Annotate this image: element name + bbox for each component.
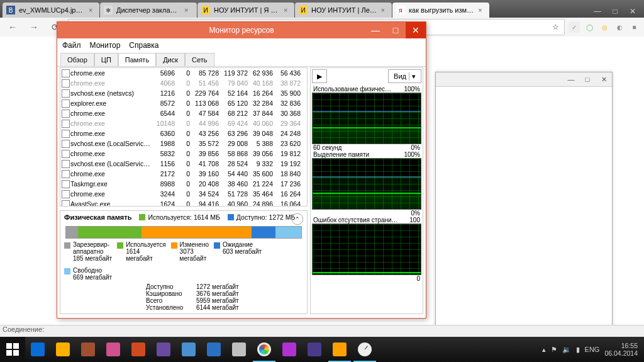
taskbar-app-icon[interactable] <box>25 337 50 362</box>
checkbox[interactable] <box>60 69 70 77</box>
resmon-tab[interactable]: Диск <box>156 53 185 66</box>
legend-item: Используется1614мегабайт <box>117 241 165 262</box>
tab-close-icon[interactable]: × <box>381 6 387 14</box>
checkbox[interactable] <box>60 120 70 128</box>
checkbox[interactable] <box>60 150 70 158</box>
browser-tab[interactable]: ИНОУ ИНТУИТ | Лекция |…× <box>295 3 392 18</box>
checkbox[interactable] <box>60 79 70 88</box>
checkbox[interactable] <box>60 200 70 206</box>
bg-minimize-icon[interactable]: — <box>563 72 579 86</box>
background-window: — □ ✕ Снять задачу <box>435 72 613 356</box>
start-button[interactable] <box>0 337 25 362</box>
menu-icon[interactable]: ≡ <box>629 21 640 33</box>
taskbar-app-icon[interactable] <box>151 337 176 362</box>
process-row[interactable]: chrome.exe 6544 0 47 584 68 212 37 844 3… <box>60 108 307 118</box>
checkbox[interactable] <box>60 160 70 168</box>
taskbar-app-icon[interactable] <box>126 337 151 362</box>
menu-item[interactable]: Монитор <box>90 41 121 50</box>
browser-tab[interactable]: Вev_XWMLUCp4.jpg (720×…× <box>3 3 99 18</box>
taskbar-app-icon[interactable] <box>302 337 327 362</box>
process-row[interactable]: chrome.exe 6360 0 43 256 63 296 39 048 2… <box>60 128 307 139</box>
ext-icon-4[interactable]: ◐ <box>614 21 625 33</box>
process-row[interactable]: chrome.exe 10148 0 44 996 69 424 40 060 … <box>60 118 307 128</box>
resmon-maximize-icon[interactable]: □ <box>386 22 406 38</box>
menu-item[interactable]: Файл <box>62 41 81 50</box>
process-row[interactable]: AvastSvc.exe 1624 0 94 416 40 960 24 896… <box>60 199 307 206</box>
process-row[interactable]: svchost.exe (netsvcs) 1216 0 229 764 52 … <box>60 88 307 98</box>
checkbox[interactable] <box>60 89 70 98</box>
bookmark-icon[interactable]: ☆ <box>552 23 559 31</box>
taskbar-app-icon[interactable] <box>226 337 252 362</box>
resmon-titlebar[interactable]: Монитор ресурсов — □ ✕ <box>57 22 426 38</box>
resmon-tab[interactable]: Сеть <box>185 53 214 66</box>
minimize-icon[interactable]: — <box>589 5 606 18</box>
checkbox[interactable] <box>60 130 70 138</box>
bg-maximize-icon[interactable]: □ <box>579 72 596 86</box>
browser-window-controls: — □ ✕ <box>589 5 641 18</box>
resmon-tab[interactable]: ЦП <box>94 53 118 66</box>
favicon: И <box>299 6 308 14</box>
process-row[interactable]: chrome.exe 2172 0 39 160 54 440 35 600 1… <box>60 169 307 179</box>
forward-button[interactable]: → <box>25 19 43 35</box>
process-list[interactable]: chrome.exe 5696 0 85 728 119 372 62 936 … <box>60 67 308 206</box>
resmon-tab[interactable]: Память <box>118 53 156 66</box>
tab-close-icon[interactable]: × <box>89 6 94 14</box>
bg-window-controls: — □ ✕ <box>436 72 612 87</box>
taskbar-app-icon[interactable] <box>50 337 75 362</box>
taskbar-app-icon[interactable] <box>352 337 377 362</box>
process-row[interactable]: explorer.exe 8572 0 113 068 65 120 32 28… <box>60 98 307 108</box>
process-name: chrome.exe <box>70 79 152 87</box>
process-row[interactable]: Taskmgr.exe 8988 0 20 408 38 460 21 224 … <box>60 179 307 189</box>
process-row[interactable]: svchost.exe (LocalServiceNet… 1156 0 41 … <box>60 159 307 169</box>
checkbox[interactable] <box>60 180 70 188</box>
resmon-minimize-icon[interactable]: — <box>365 22 386 38</box>
browser-tab[interactable]: якак выгрузить изменен…× <box>392 3 489 18</box>
browser-tab[interactable]: ✱Диспетчер закладок× <box>100 3 197 18</box>
used-swatch <box>139 214 145 220</box>
process-row[interactable]: chrome.exe 3244 0 34 524 51 728 35 464 1… <box>60 189 307 199</box>
close-icon[interactable]: ✕ <box>624 5 641 18</box>
tray-flag-icon[interactable]: ⚑ <box>551 346 557 354</box>
taskbar-app-icon[interactable] <box>201 337 226 362</box>
taskbar-app-icon[interactable] <box>75 337 101 362</box>
graph-panel: Использование физичес…100% 60 секунд0% <box>312 86 421 151</box>
ext-icon-2[interactable]: ◯ <box>584 21 595 33</box>
taskbar-app-icon[interactable] <box>252 337 277 362</box>
tray-speaker-icon[interactable]: 🔉 <box>562 346 571 354</box>
tray-up-icon[interactable]: ▴ <box>542 346 546 354</box>
taskbar-app-icon[interactable] <box>101 337 126 362</box>
process-row[interactable]: chrome.exe 5832 0 39 856 58 868 39 056 1… <box>60 149 307 159</box>
ext-icon-3[interactable]: ◎ <box>599 21 610 33</box>
legend-item: Ожидание603 мегабайт <box>214 241 262 255</box>
tab-close-icon[interactable]: × <box>478 6 484 14</box>
taskbar-app-icon[interactable] <box>176 337 201 362</box>
view-dropdown[interactable]: Вид▾ <box>388 69 421 83</box>
menu-item[interactable]: Справка <box>129 41 158 50</box>
taskbar-app-icon[interactable] <box>277 337 302 362</box>
graph-title: Выделение памяти <box>313 151 369 158</box>
tab-close-icon[interactable]: × <box>184 6 192 14</box>
taskbar-app-icon[interactable] <box>327 337 352 362</box>
browser-tab[interactable]: ИНОУ ИНТУИТ | Я обучаю…× <box>197 3 294 18</box>
process-row[interactable]: svchost.exe (LocalServiceNo… 1988 0 35 5… <box>60 139 307 149</box>
process-row[interactable]: chrome.exe 4068 0 51 456 79 040 40 168 3… <box>60 78 307 88</box>
process-row[interactable]: chrome.exe 5696 0 85 728 119 372 62 936 … <box>60 68 307 78</box>
memory-table: Доступно1272 мегабайтКэшировано3676 мега… <box>146 283 303 311</box>
bg-close-icon[interactable]: ✕ <box>596 72 612 86</box>
clock[interactable]: 16:55 06.04.2014 <box>604 342 638 357</box>
language-indicator[interactable]: ENG <box>585 346 600 353</box>
checkbox[interactable] <box>60 140 70 148</box>
maximize-icon[interactable]: □ <box>606 5 624 18</box>
resmon-tab[interactable]: Обзор <box>60 53 94 66</box>
graph-nav-button[interactable]: ▶ <box>312 69 327 83</box>
tray-network-icon[interactable]: ▮ <box>576 346 580 354</box>
checkbox[interactable] <box>60 99 70 108</box>
resmon-close-icon[interactable]: ✕ <box>406 22 426 38</box>
checkbox[interactable] <box>60 190 70 198</box>
tab-close-icon[interactable]: × <box>284 6 289 14</box>
collapse-button[interactable]: ⌃ <box>292 213 303 225</box>
checkbox[interactable] <box>60 110 70 118</box>
ext-icon-1[interactable]: ✓ <box>569 21 580 33</box>
back-button[interactable]: ← <box>4 19 21 35</box>
checkbox[interactable] <box>60 170 70 178</box>
